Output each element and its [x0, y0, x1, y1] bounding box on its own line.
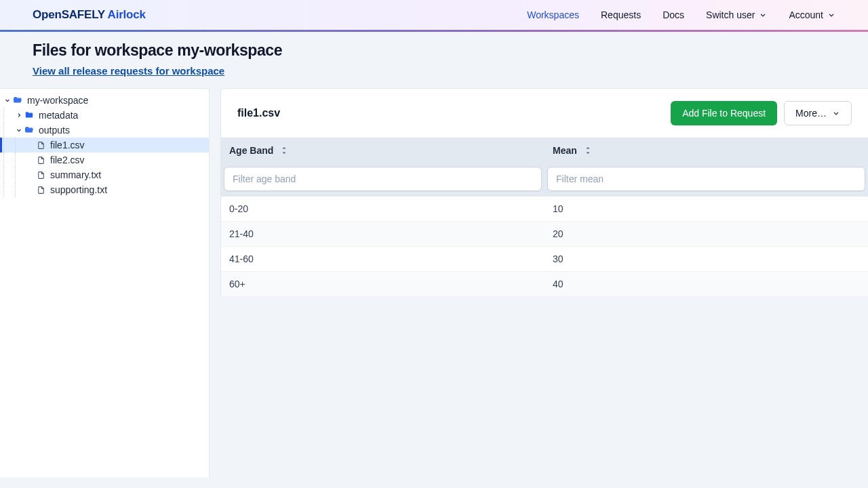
chevron-down-icon — [832, 109, 840, 117]
sort-icon — [280, 146, 288, 155]
table-wrap: Age BandMean 0-201021-402041-603060+40 — [221, 138, 868, 297]
content-area: my-workspacemetadataoutputsfile1.csvfile… — [0, 88, 868, 483]
tree-item-label: supporting.txt — [50, 184, 107, 195]
tree-item-label: my-workspace — [27, 95, 88, 106]
file-tree: my-workspacemetadataoutputsfile1.csvfile… — [0, 89, 209, 201]
nav-item-switch-user[interactable]: Switch user — [706, 9, 767, 20]
nav-item-docs[interactable]: Docs — [663, 9, 684, 20]
table-body: 0-201021-402041-603060+40 — [221, 197, 868, 297]
table-cell: 30 — [545, 247, 868, 272]
chevron-down-icon[interactable] — [14, 127, 24, 134]
top-navbar: OpenSAFELY Airlock WorkspacesRequestsDoc… — [0, 0, 868, 30]
tree-root[interactable]: my-workspace — [0, 93, 209, 108]
table-cell: 10 — [545, 197, 868, 222]
tree-resize-handle[interactable] — [207, 89, 211, 477]
tree-folder-outputs[interactable]: outputs — [0, 123, 209, 138]
sort-icon — [584, 146, 592, 155]
file-name: file1.csv — [237, 107, 280, 119]
column-header-label: Age Band — [229, 145, 273, 156]
nav-item-label: Account — [789, 9, 823, 20]
page-header: Files for workspace my-workspace View al… — [0, 32, 868, 88]
chevron-right-icon[interactable] — [14, 112, 24, 119]
data-table: Age BandMean 0-201021-402041-603060+40 — [221, 138, 868, 297]
tree-file-file1-csv[interactable]: file1.csv — [0, 138, 209, 152]
nav-item-account[interactable]: Account — [789, 9, 835, 20]
column-header[interactable]: Mean — [545, 138, 868, 163]
table-cell: 0-20 — [221, 197, 545, 222]
file-tree-pane: my-workspacemetadataoutputsfile1.csvfile… — [0, 88, 210, 477]
chevron-down-icon — [759, 11, 767, 19]
main-pane: file1.csv Add File to Request More… Age … — [210, 88, 868, 483]
more-actions-button[interactable]: More… — [784, 101, 852, 125]
chevron-down-icon — [827, 11, 835, 19]
table-row[interactable]: 0-2010 — [221, 197, 868, 222]
column-header-label: Mean — [553, 145, 577, 156]
add-file-to-request-button[interactable]: Add File to Request — [671, 101, 777, 125]
tree-file-supporting-txt[interactable]: supporting.txt — [0, 182, 209, 197]
nav-item-label: Switch user — [706, 9, 755, 20]
table-cell: 40 — [545, 272, 868, 297]
tree-folder-metadata[interactable]: metadata — [0, 108, 209, 123]
table-cell: 20 — [545, 222, 868, 247]
file-icon — [35, 171, 46, 180]
column-header[interactable]: Age Band — [221, 138, 545, 163]
nav-item-workspaces[interactable]: Workspaces — [527, 9, 579, 20]
nav-item-label: Docs — [663, 9, 684, 20]
file-actions: Add File to Request More… — [671, 101, 852, 125]
page-title: Files for workspace my-workspace — [33, 41, 835, 60]
view-requests-link[interactable]: View all release requests for workspace — [33, 65, 224, 77]
file-icon — [35, 186, 46, 195]
nav-links: WorkspacesRequestsDocsSwitch userAccount — [527, 9, 835, 20]
file-card: file1.csv Add File to Request More… Age … — [220, 88, 868, 297]
table-cell: 41-60 — [221, 247, 545, 272]
tree-file-file2-csv[interactable]: file2.csv — [0, 152, 209, 167]
tree-item-label: outputs — [39, 125, 70, 136]
tree-item-label: summary.txt — [50, 169, 101, 180]
column-filter-input[interactable] — [224, 167, 542, 191]
tree-item-label: metadata — [39, 110, 78, 121]
file-icon — [35, 141, 46, 150]
file-icon — [35, 156, 46, 165]
table-filter-row — [221, 163, 868, 197]
brand-text-1: OpenSAFELY — [33, 8, 105, 21]
tree-file-summary-txt[interactable]: summary.txt — [0, 167, 209, 182]
more-button-label: More… — [795, 108, 827, 119]
folder-open-icon — [24, 125, 35, 135]
brand-text-2: Airlock — [105, 8, 146, 21]
table-row[interactable]: 60+40 — [221, 272, 868, 297]
tree-item-label: file1.csv — [50, 140, 85, 150]
folder-icon — [24, 110, 35, 120]
chevron-down-icon[interactable] — [3, 97, 12, 104]
table-cell: 21-40 — [221, 222, 545, 247]
column-filter-input[interactable] — [547, 167, 865, 191]
table-row[interactable]: 21-4020 — [221, 222, 868, 247]
brand[interactable]: OpenSAFELY Airlock — [33, 8, 146, 22]
table-cell: 60+ — [221, 272, 545, 297]
nav-item-label: Requests — [601, 9, 641, 20]
column-filter-cell — [221, 163, 545, 197]
nav-item-requests[interactable]: Requests — [601, 9, 641, 20]
table-header-row: Age BandMean — [221, 138, 868, 163]
file-card-header: file1.csv Add File to Request More… — [221, 89, 868, 138]
table-row[interactable]: 41-6030 — [221, 247, 868, 272]
nav-item-label: Workspaces — [527, 9, 579, 20]
column-filter-cell — [545, 163, 868, 197]
folder-open-icon — [12, 96, 23, 105]
tree-item-label: file2.csv — [50, 155, 85, 165]
